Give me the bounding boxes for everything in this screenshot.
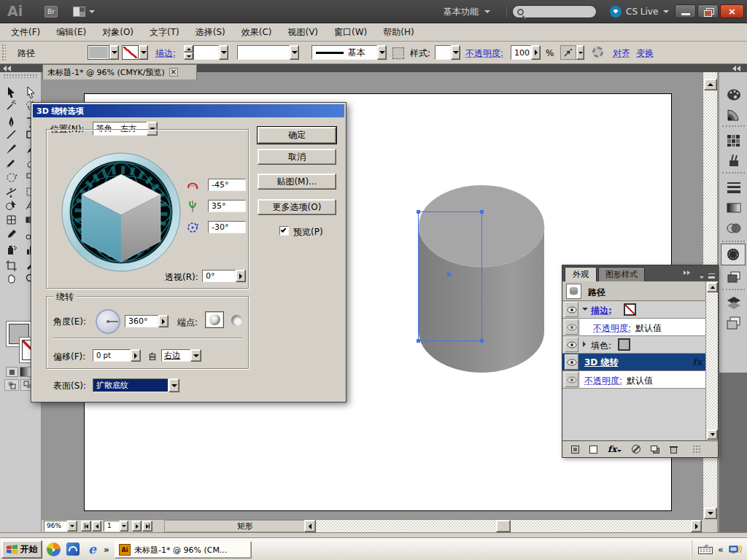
color-mode-button[interactable] [6,367,18,377]
panel-scroll-up-button[interactable] [707,282,718,292]
stroke-color-arrow-button[interactable] [139,45,148,60]
stroke-row-label[interactable]: 描边: [591,305,612,317]
stroke-opacity-label[interactable]: 不透明度: [593,322,631,335]
surface-select-arrow-button[interactable] [169,378,179,392]
offset-edge-arrow-button[interactable] [190,349,201,362]
menu-effect[interactable]: 效果(C) [233,23,280,41]
add-effect-button[interactable]: fx [608,444,622,454]
offset-field[interactable]: 0 pt [93,349,131,362]
color-panel-icon[interactable] [719,85,747,104]
new-stroke-button[interactable] [571,446,579,454]
panel-scroll-down-button[interactable] [707,429,718,440]
rotate-x-field[interactable]: -45° [208,179,246,191]
document-tab[interactable]: 未标题-1* @ 96% (CMYK/预览) × [42,64,197,79]
panel-resize-grip[interactable] [692,445,701,454]
cancel-button[interactable]: 取消 [258,149,336,165]
stroke-style-arrow-button[interactable] [377,45,387,60]
appearance-row-stroke-opacity[interactable]: 不透明度: 默认值 [562,319,718,336]
brush-definition-field[interactable] [237,45,290,60]
pencil-tool[interactable] [1,155,20,171]
magic-wand-tool[interactable] [1,97,20,113]
fill-color-arrow-button[interactable] [109,45,119,60]
appearance-row-fill[interactable]: 填色: [562,336,718,354]
first-artboard-button[interactable] [81,521,91,532]
appearance-row-opacity[interactable]: 不透明度: 默认值 [562,371,718,389]
visibility-eye-icon[interactable] [565,302,578,317]
live-trace-options-icon[interactable] [592,47,603,58]
select-similar-button[interactable] [560,45,576,60]
perspective-field[interactable]: 0° [202,270,236,282]
fill-expand-icon[interactable] [583,341,586,347]
control-bar-grip[interactable] [1,44,6,62]
stroke-weight-down-button[interactable] [184,52,193,60]
previous-artboard-button[interactable] [92,521,101,532]
trackball-widget[interactable] [61,152,181,272]
style-arrow-button[interactable] [451,45,460,60]
eyedropper-tool[interactable] [1,226,20,242]
layers-panel-icon[interactable] [719,293,747,312]
document-tab-close-button[interactable]: × [169,68,178,77]
clear-appearance-button[interactable] [632,445,640,454]
h-scroll-thumb[interactable] [496,520,511,532]
menu-select[interactable]: 选择(S) [187,23,233,41]
status-display[interactable]: 矩形 [164,520,326,532]
rotate-z-field[interactable]: -30° [208,221,246,233]
preview-checkbox[interactable] [279,226,289,236]
appearance-row-stroke[interactable]: 描边: [562,301,718,319]
opacity-arrow-button[interactable] [531,45,541,60]
ok-button[interactable]: 确定 [258,127,336,144]
shape-builder-tool[interactable] [1,197,20,213]
stroke-weight-field[interactable] [193,45,219,60]
restore-button[interactable] [697,4,719,18]
tab-appearance[interactable]: 外观 [565,267,597,281]
delete-item-button[interactable] [670,445,678,454]
workspace-switcher[interactable]: 基本功能 [444,5,490,18]
selection-handle-top-right[interactable] [480,210,484,214]
visibility-eye-icon[interactable] [565,372,578,387]
taskbar-task-button[interactable]: Ai 未标题-1* @ 96% (CM... [115,541,252,559]
menu-type[interactable]: 文字(T) [142,23,187,41]
brushes-panel-icon[interactable] [719,151,747,170]
line-segment-tool[interactable] [1,126,20,142]
search-box[interactable] [512,5,597,18]
minimize-button[interactable] [675,4,696,18]
opacity-field[interactable]: 100 [511,45,531,60]
toolbar-collapse-icon[interactable] [3,66,11,71]
bridge-button[interactable]: Br [44,6,58,18]
keyboard-tray-icon[interactable] [698,545,713,554]
symbol-sprayer-tool[interactable] [1,241,20,257]
angle-arrow-button[interactable] [158,315,169,327]
visibility-eye-icon[interactable] [565,354,578,370]
stroke-style-field[interactable]: 基本 [311,45,377,60]
dock-collapse-icon[interactable] [732,66,740,71]
align-link[interactable]: 对齐 [613,47,630,59]
quicklaunch-msn-icon[interactable] [66,542,80,556]
zoom-level-field[interactable]: 96% [44,521,67,532]
cap-solid-button[interactable] [205,311,224,328]
quicklaunch-more-button[interactable]: » [104,545,109,555]
appearance-panel-icon-active[interactable] [721,244,746,265]
arrange-documents-icon[interactable] [73,7,85,17]
quicklaunch-wmp-icon[interactable] [47,542,61,556]
angle-field[interactable]: 360° [125,315,158,327]
selection-handle-top-left[interactable] [417,210,420,214]
panel-collapse-icon[interactable] [684,271,690,275]
fill-color-swatch[interactable] [88,45,109,60]
tab-graphic-styles[interactable]: 图形样式 [598,267,645,281]
artboard-number-arrow-button[interactable] [120,521,128,532]
transform-link[interactable]: 变换 [636,47,654,59]
visibility-eye-icon[interactable] [565,337,578,352]
stroke-weight-arrow-button[interactable] [219,45,228,60]
map-art-button[interactable]: 贴图(M)... [258,174,336,190]
perspective-arrow-button[interactable] [236,270,246,282]
start-button[interactable]: 开始 [1,540,42,559]
selection-handle-bottom-left[interactable] [417,339,420,343]
menu-edit[interactable]: 编辑(E) [48,23,94,41]
stroke-expand-icon[interactable] [582,308,588,311]
offset-arrow-button[interactable] [131,349,141,362]
duplicate-item-button[interactable] [651,446,659,454]
panel-menu-icon[interactable] [700,271,715,281]
cap-hollow-button[interactable] [230,314,243,327]
selection-handle-bottom-right[interactable] [480,339,484,343]
selection-center-point[interactable] [447,273,451,276]
